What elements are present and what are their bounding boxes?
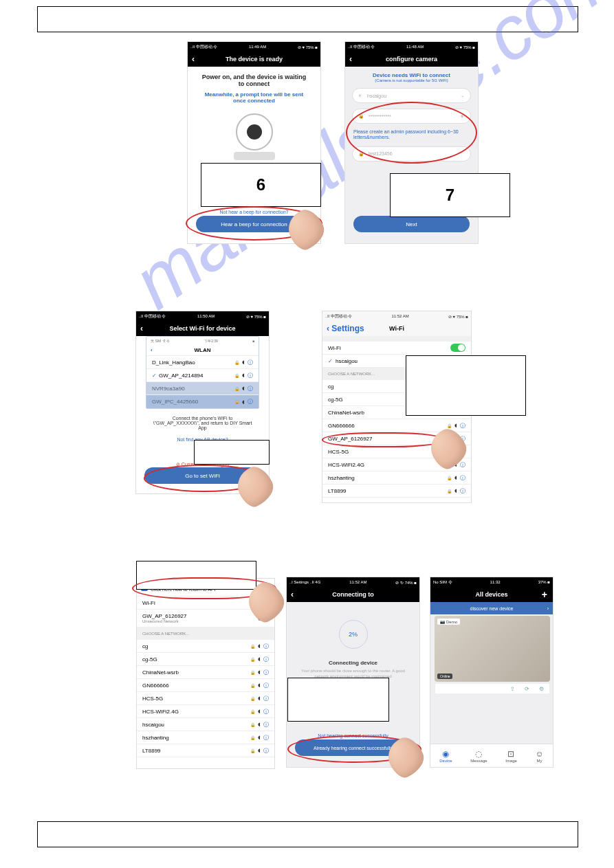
network-row[interactable]: hscaigou [137,718,274,731]
wifi-ssid-field[interactable]: ᯤhscaigou⌄ [352,88,471,103]
title-bar: ‹configure camera [345,52,478,67]
content: Device needs WiFi to connect (Camera is … [345,67,478,167]
network-row[interactable]: cg [137,640,274,653]
admin-password-field[interactable]: 🔒test123456 [352,146,471,162]
content: Power on, and the device is waiting to c… [188,67,320,178]
connect-msg: Connect the phone's WiFi to \"GW_AP_XXXX… [136,409,269,437]
status-bar: ..ll 中国移动 令11:49 AM⊘ ♥ 75% ■ [188,42,320,52]
admin-hint: Please create an admin password includin… [353,129,470,141]
not-5g: (Camera is not supportable for 5G WiFi) [352,78,471,82]
settings-icon[interactable]: ⚙ [539,686,544,692]
wlan-row[interactable]: GW_IPC_4425660 [146,395,259,408]
status-bar: ..ll 中国移动 令11:52 AM⊘ ♥ 75% ■ [322,311,471,321]
back-icon[interactable]: ‹ [291,590,294,599]
chevron-down-icon: ⌄ [461,93,465,98]
subhead: Meanwhile, a prompt tone will be sent on… [199,91,309,104]
network-row[interactable]: LT8899 [137,744,274,757]
wifi-toggle-row[interactable]: Wi-Fi [322,342,471,355]
wifi-toggle[interactable] [450,344,465,352]
page-header-frame [37,6,578,32]
status-bar: No SIM 令11:3237% ■ [430,577,553,587]
step-label-8 [194,440,270,465]
camera-icon: 📷 [440,619,445,624]
network-row[interactable]: LT8899 [322,485,471,498]
screenshot-12: No SIM 令11:3237% ■ All devices+ discover… [430,577,553,768]
title-bar: ‹The device is ready [188,52,320,67]
add-icon[interactable]: + [542,589,547,600]
back-link[interactable]: ‹ Settings [327,324,364,333]
network-row[interactable]: cg-5G [137,653,274,666]
network-row[interactable]: ChinaNet-wsrb [137,666,274,679]
eye-icon[interactable]: 👁 [460,114,465,119]
wlan-row[interactable]: NVR9ca3a90 [146,382,259,395]
camera-illustration [230,113,278,162]
connecting-label: Connecting device [287,660,419,666]
headline: Power on, and the device is waiting to c… [199,74,309,87]
step-label-6: 6 [201,163,321,207]
tab-my[interactable]: ☺My [535,749,543,763]
lock-icon: 🔒 [358,151,364,157]
wlan-row[interactable]: ✓GW_AP_4214894 [146,369,259,382]
screen-title: configure camera [386,56,437,63]
step-label-10 [136,561,256,590]
screen-title: All devices [475,591,507,598]
wifi-password-field[interactable]: 🔒************👁 [352,109,471,124]
page-footer-frame [37,821,578,847]
share-icon[interactable]: ⇪ [510,686,515,692]
network-row[interactable]: HCS-5G [137,692,274,705]
discover-banner[interactable]: discover new device› [430,602,553,614]
network-row[interactable]: hszhanting [137,731,274,744]
card-toolbar: ⇪⟳⚙ [435,683,550,694]
screen-title: Connecting to [332,591,374,598]
title-bar: ‹Connecting to [287,587,419,602]
screen-title: The device is ready [226,56,283,63]
playback-icon[interactable]: ⟳ [525,686,529,692]
title-bar: All devices+ [430,587,553,602]
tab-bar: ◉Device ◌Message ⊡Image ☺My [430,744,553,767]
network-row[interactable]: hszhanting [322,471,471,485]
network-list: cg cg-5G ChinaNet-wsrb GN666666 HCS-5G H… [137,640,274,757]
status-bar: ..ll 中国移动 令11:50 AM⊘ ♥ 75% ■ [136,311,269,321]
status-bar: ..l Settings ..ll 4G11:52 AM⊘ ↻ 74% ■ [287,577,419,587]
back-icon[interactable]: ‹ [140,324,143,333]
title-bar: ‹ SettingsWi-Fi [322,321,471,336]
online-badge: Online [437,674,452,679]
camera-name-badge: 📷Demo [437,619,460,625]
tab-image[interactable]: ⊡Image [505,749,517,763]
step-label-11 [287,678,389,722]
need-wifi: Device needs WiFi to connect [352,72,471,78]
wifi-icon: ᯤ [358,93,363,98]
lock-icon: 🔒 [358,113,364,119]
screenshot-8: ..ll 中国移动 令11:50 AM⊘ ♥ 75% ■ ‹Select Wi-… [135,311,270,494]
network-row[interactable]: HCS-WiFi2.4G [137,705,274,718]
wlan-popup: 无 SIM 卡 令下午2:39■ ‹WLAN D_Link_HangBao ✓G… [146,336,259,409]
network-row[interactable]: GN666666 [137,679,274,692]
title-bar: ‹Select Wi-Fi for device [136,321,269,336]
back-icon[interactable]: ‹ [349,54,352,64]
tab-device[interactable]: ◉Device [439,749,452,763]
screen-title: Select Wi-Fi for device [170,325,236,332]
status-bar: ..ll 中国移动 令11:48 AM⊘ ♥ 75% ■ [345,42,478,52]
choose-network-header: CHOOSE A NETWORK... [137,627,274,640]
back-icon[interactable]: ‹ [192,54,195,64]
tab-message[interactable]: ◌Message [470,749,487,763]
screen-title: Wi-Fi [389,325,404,332]
step-label-9 [406,355,526,416]
not-hearing-link[interactable]: Not hearing connect successfully [287,733,419,738]
wlan-row[interactable]: D_Link_HangBao [146,356,259,369]
progress-ring: 2% [339,620,368,649]
camera-thumbnail[interactable]: 📷Demo Online [435,616,550,682]
step-label-7: 7 [390,173,510,217]
next-button[interactable]: Next [353,216,470,232]
